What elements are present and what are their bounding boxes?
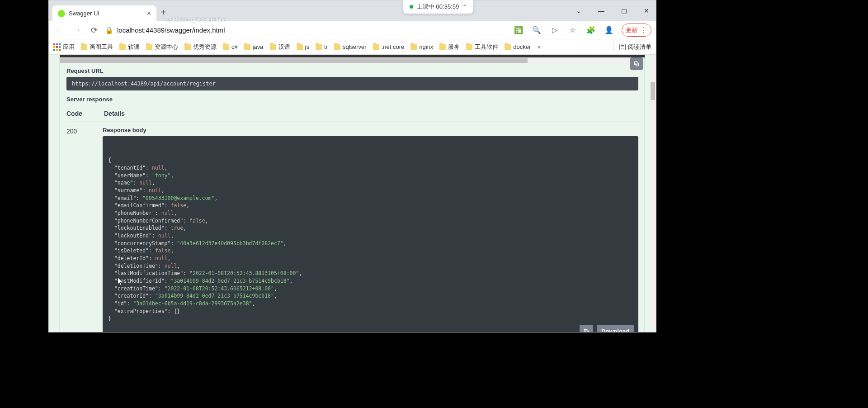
lock-icon: 🔒: [105, 26, 113, 34]
browser-tab[interactable]: Swagger UI ×: [52, 5, 156, 21]
close-window-icon[interactable]: ✕: [640, 4, 653, 18]
bookmark-item[interactable]: js: [297, 43, 309, 50]
bookmark-item[interactable]: docker: [505, 43, 531, 50]
h-scroll-thumb[interactable]: [60, 58, 528, 63]
class-status-pill[interactable]: 上课中 00:35:59 ⌃: [403, 0, 473, 14]
copy-response-icon[interactable]: [580, 325, 593, 332]
bookmark-label: 优秀资源: [193, 43, 217, 51]
bookmark-label: 画图工具: [90, 43, 113, 51]
maximize-icon[interactable]: ▢: [617, 4, 631, 18]
apps-button[interactable]: 应用: [53, 43, 75, 51]
address-bar: ← → ⟳ 🔒 localhost:44389/swagger/index.ht…: [49, 21, 656, 39]
bookmark-item[interactable]: nginx: [410, 43, 433, 50]
apps-label: 应用: [63, 43, 75, 51]
reload-icon[interactable]: ⟳: [88, 24, 100, 37]
bookmark-label: js: [305, 43, 309, 50]
vertical-scrollbar[interactable]: [650, 55, 656, 332]
folder-icon: [373, 44, 379, 50]
bookmark-label: 服务: [448, 43, 460, 51]
bookmark-item[interactable]: java: [244, 43, 264, 50]
nav-forward-icon[interactable]: →: [71, 24, 83, 37]
server-response-title: Server response: [66, 96, 638, 103]
bookmarks-bar: 应用 画图工具软课资源中心优秀资源c#java汉语jstrsqlserver.n…: [49, 39, 656, 55]
more-dots-icon: ⋮: [640, 26, 647, 34]
bookmark-item[interactable]: sqlserver: [334, 43, 367, 50]
bookmark-label: nginx: [419, 43, 433, 50]
star-icon[interactable]: ☆: [567, 25, 578, 36]
code-header: Code: [66, 110, 82, 117]
bookmark-item[interactable]: 资源中心: [146, 43, 178, 51]
request-url-title: Request URL: [66, 67, 638, 74]
bookmark-label: c#: [231, 43, 238, 50]
response-body-title: Response body: [103, 127, 638, 133]
v-scroll-thumb[interactable]: [651, 82, 655, 100]
extensions-icon[interactable]: 🧩: [585, 25, 596, 36]
bookmark-item[interactable]: 软课: [119, 43, 140, 51]
window-controls: ⌄ — ▢ ✕: [572, 4, 653, 18]
folder-icon: [146, 44, 152, 50]
horizontal-scrollbar[interactable]: [60, 57, 645, 64]
status-text: 上课中 00:35:59: [417, 3, 459, 11]
status-dot-icon: [410, 5, 413, 9]
bookmark-label: java: [253, 43, 264, 50]
bookmark-label: .net core: [382, 43, 405, 50]
update-pill[interactable]: 更新 ⋮: [622, 24, 651, 37]
swagger-icon: [58, 10, 65, 17]
folder-icon: [316, 44, 322, 50]
bookmark-item[interactable]: 画图工具: [81, 43, 113, 51]
bookmark-label: 软课: [128, 43, 140, 51]
profile-avatar-icon[interactable]: 👤: [604, 25, 614, 36]
bookmark-item[interactable]: 汉语: [270, 43, 290, 51]
download-button[interactable]: Download: [597, 325, 634, 332]
chevron-down-icon[interactable]: ⌄: [572, 4, 585, 18]
details-header: Details: [104, 110, 125, 117]
folder-icon: [439, 44, 446, 50]
bookmark-label: 资源中心: [155, 43, 178, 51]
details-col: Response body { "tenantId": null, "userN…: [103, 127, 638, 332]
reading-list-button[interactable]: 阅读清单: [613, 43, 651, 51]
nav-back-icon[interactable]: ←: [53, 24, 66, 37]
swagger-panel: Request URL https://localhost:44389/api/…: [60, 55, 645, 332]
browser-window: Swagger UI × + 1e6f3390ed_WsEHr5I6bG ⌄ —…: [48, 0, 656, 332]
bookmarks-overflow[interactable]: »: [537, 43, 540, 50]
bookmark-label: 工具软件: [475, 43, 498, 51]
bookmark-label: sqlserver: [343, 43, 367, 50]
reading-list-label: 阅读清单: [628, 43, 651, 51]
bookmark-label: 汉语: [278, 43, 290, 51]
bookmark-item[interactable]: .net core: [373, 43, 405, 50]
url-input[interactable]: 🔒 localhost:44389/swagger/index.html: [105, 26, 509, 34]
copy-icon[interactable]: [630, 57, 643, 70]
folder-icon: [81, 44, 87, 50]
bookmark-label: docker: [513, 43, 531, 50]
bookmark-item[interactable]: 服务: [439, 43, 460, 51]
bookmark-item[interactable]: c#: [223, 43, 238, 50]
titlebar: Swagger UI × + 1e6f3390ed_WsEHr5I6bG ⌄ —…: [49, 0, 656, 21]
zoom-icon[interactable]: 🔍: [531, 25, 542, 36]
request-url-box: https://localhost:44389/api/account/regi…: [66, 77, 638, 90]
folder-icon: [119, 44, 126, 50]
bookmark-item[interactable]: 优秀资源: [184, 43, 217, 51]
minimize-icon[interactable]: —: [594, 4, 608, 18]
apps-icon: [53, 43, 61, 51]
new-tab-button[interactable]: +: [161, 7, 166, 18]
bookmark-item[interactable]: 工具软件: [466, 43, 498, 51]
response-body-box[interactable]: { "tenantId": null, "userName": "tony", …: [103, 136, 638, 332]
close-icon[interactable]: ×: [147, 9, 151, 18]
bookmark-item[interactable]: tr: [316, 43, 328, 50]
url-text: localhost:44389/swagger/index.html: [117, 26, 225, 34]
response-row: 200 Response body { "tenantId": null, "u…: [66, 127, 638, 332]
folder-icon: [466, 44, 472, 50]
tab-title: Swagger UI: [69, 10, 143, 17]
update-text: 更新: [626, 26, 637, 34]
status-code: 200: [66, 127, 85, 135]
send-icon[interactable]: ▷: [549, 25, 560, 36]
bookmark-label: tr: [324, 43, 328, 50]
folder-icon: [297, 44, 303, 50]
translate-icon[interactable]: 🈯: [513, 25, 524, 36]
folder-icon: [184, 44, 191, 50]
response-actions: Download: [580, 325, 634, 332]
folder-icon: [223, 44, 229, 50]
page-content: Request URL https://localhost:44389/api/…: [49, 55, 656, 332]
chevron-up-icon: ⌃: [462, 4, 467, 10]
folder-icon: [505, 44, 511, 50]
